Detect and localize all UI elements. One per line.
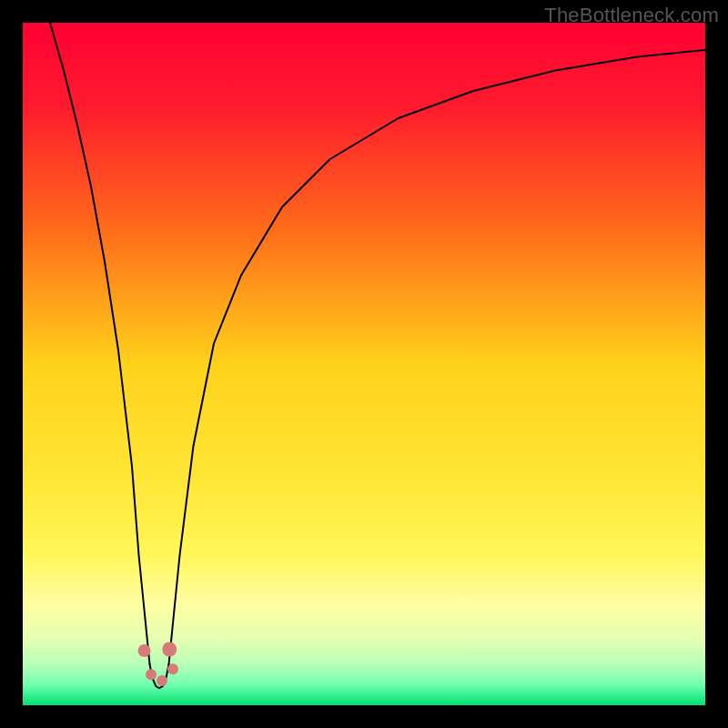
valley-marker-center <box>162 642 177 657</box>
valley-marker-bottom2 <box>157 675 167 686</box>
valley-marker-bottom1 <box>146 669 157 680</box>
valley-marker-left <box>138 644 151 657</box>
chart-background <box>23 23 705 705</box>
watermark-text: TheBottleneck.com <box>544 4 719 27</box>
chart-plot-area <box>23 23 705 705</box>
valley-marker-right <box>167 663 178 674</box>
chart-svg <box>23 23 705 705</box>
chart-frame: TheBottleneck.com <box>0 0 728 728</box>
